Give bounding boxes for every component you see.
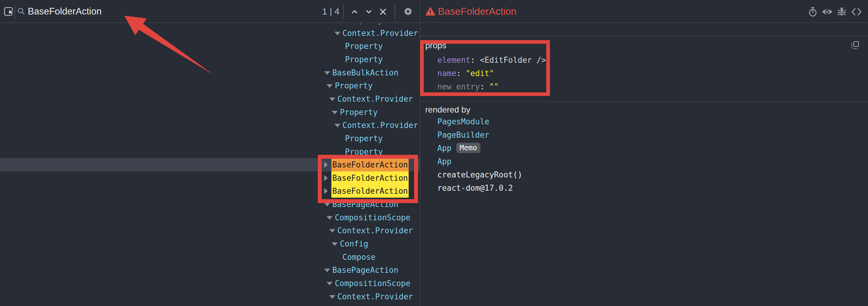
prop-value[interactable]: "edit" [466, 69, 494, 78]
owner-root-label: createLegacyRoot() [437, 170, 522, 179]
search-result-count: 1 | 4 [314, 0, 340, 23]
search-input[interactable] [28, 0, 300, 23]
component-name[interactable]: BaseFolderAction [331, 158, 409, 172]
prop-entry[interactable]: element: <EditFolder /> [437, 53, 868, 67]
component-name[interactable]: Property [345, 24, 383, 27]
component-name[interactable]: BasePageAction [332, 264, 398, 277]
owner-link[interactable]: PagesModule [437, 117, 489, 126]
collapse-arrow-icon[interactable] [324, 203, 330, 206]
component-name[interactable]: Property [340, 105, 378, 119]
tree-node[interactable]: Property [0, 24, 420, 27]
expand-arrow-icon[interactable] [324, 162, 328, 168]
owner-link[interactable]: App [437, 144, 452, 153]
inspected-element-panel: BaseFolderAction [421, 0, 868, 306]
rendered-by-section: rendered by PagesModulePageBuilderAppMem… [421, 102, 868, 201]
chevron-up-icon[interactable] [349, 6, 360, 18]
component-name[interactable]: BaseFolderAction [331, 172, 409, 185]
component-name[interactable]: Context.Provider [343, 119, 418, 132]
collapse-arrow-icon[interactable] [332, 111, 338, 114]
prop-key: new entry [437, 82, 480, 91]
owner-link[interactable]: PageBuilder [437, 130, 489, 140]
owner-link[interactable]: App [437, 157, 452, 166]
toolbar-divider [14, 4, 15, 19]
collapse-arrow-icon[interactable] [329, 97, 335, 101]
tree-node[interactable]: BaseFolderAction [0, 172, 420, 185]
props-section-title: props [425, 40, 868, 51]
component-name[interactable]: Context.Provider [337, 92, 413, 105]
props-section: props element: <EditFolder />name: "edit… [421, 36, 868, 102]
collapse-arrow-icon[interactable] [334, 32, 340, 35]
rendered-by-item: AppMemo [437, 142, 868, 155]
tree-node[interactable]: Property [0, 132, 420, 145]
rendered-by-item: createLegacyRoot() [437, 168, 868, 181]
react-devtools-components-panel: 1 | 4 [0, 0, 868, 306]
component-name[interactable]: CompositionScope [335, 277, 410, 290]
inspected-component-title: BaseFolderAction [438, 0, 517, 23]
collapse-arrow-icon[interactable] [329, 295, 335, 299]
props-list: element: <EditFolder />name: "edit"new e… [437, 53, 868, 93]
search-icon [17, 7, 26, 17]
tree-node[interactable]: BaseFolderAction [0, 158, 420, 172]
tree-node[interactable]: Property [0, 145, 420, 158]
tree-node[interactable]: Context.Provider [0, 119, 420, 132]
expand-arrow-icon[interactable] [324, 175, 328, 181]
tree-node[interactable]: CompositionScope [0, 277, 420, 290]
tree-node[interactable]: Context.Provider [0, 290, 420, 303]
component-name[interactable]: Property [335, 79, 372, 92]
component-name[interactable]: BasePageAction [332, 198, 398, 211]
component-name[interactable]: BaseFolderAction [331, 184, 409, 198]
collapse-arrow-icon[interactable] [327, 282, 333, 285]
tree-node[interactable]: BaseFolderAction [0, 184, 420, 198]
component-name[interactable]: Context.Provider [337, 290, 413, 303]
prop-value[interactable]: <EditFolder /> [480, 56, 546, 65]
prop-key: element [437, 56, 470, 65]
tree-node[interactable]: Compose [0, 250, 420, 264]
prop-colon: : [470, 56, 480, 65]
collapse-arrow-icon[interactable] [327, 216, 333, 220]
collapse-arrow-icon[interactable] [334, 124, 340, 127]
expand-arrow-icon[interactable] [324, 188, 328, 194]
component-name[interactable]: BaseBulkAction [332, 66, 398, 80]
collapse-arrow-icon[interactable] [329, 229, 335, 233]
component-name[interactable]: Property [345, 132, 383, 145]
tree-node[interactable]: BaseBulkAction [0, 66, 420, 80]
tree-node[interactable]: Property [0, 79, 420, 92]
prop-entry[interactable]: new entry: "" [437, 80, 868, 93]
component-name[interactable]: Context.Provider [343, 27, 418, 40]
tree-node[interactable]: CompositionScope [0, 211, 420, 224]
collapse-arrow-icon[interactable] [332, 242, 338, 246]
tree-node[interactable]: BasePageAction [0, 264, 420, 277]
chevron-down-icon[interactable] [363, 6, 375, 18]
collapse-arrow-icon[interactable] [327, 84, 333, 88]
collapse-arrow-icon[interactable] [324, 71, 330, 75]
tree-node[interactable]: Property [0, 105, 420, 119]
suspense-timer-icon[interactable] [807, 6, 818, 18]
tree-node[interactable]: Property [0, 53, 420, 66]
tree-node[interactable]: Config [0, 237, 420, 250]
component-name[interactable]: Config [340, 237, 368, 250]
rendered-by-title: rendered by [425, 102, 868, 113]
component-name[interactable]: Property [345, 39, 383, 53]
tree-node[interactable]: Context.Provider [0, 92, 420, 105]
log-data-bug-icon[interactable] [836, 6, 847, 18]
tree-node[interactable]: Context.Provider [0, 27, 420, 40]
tree-node[interactable]: BasePageAction [0, 198, 420, 211]
settings-gear-icon[interactable] [402, 5, 414, 18]
prop-colon: : [480, 82, 489, 91]
inspect-element-icon[interactable] [4, 5, 16, 19]
prop-entry[interactable]: name: "edit" [437, 67, 868, 80]
rendered-by-item: App [437, 155, 868, 168]
component-name[interactable]: Context.Provider [337, 224, 413, 237]
collapse-arrow-icon[interactable] [324, 269, 330, 272]
close-icon[interactable] [377, 6, 389, 18]
component-name[interactable]: Property [345, 145, 383, 158]
prop-value[interactable]: "" [489, 82, 499, 91]
inspect-dom-eye-icon[interactable] [822, 6, 833, 18]
tree-node[interactable]: Property [0, 39, 420, 53]
component-name[interactable]: Compose [343, 250, 376, 264]
view-source-code-icon[interactable] [851, 6, 862, 18]
copy-props-icon[interactable] [850, 41, 860, 51]
tree-node[interactable]: Context.Provider [0, 224, 420, 237]
component-name[interactable]: CompositionScope [335, 211, 410, 224]
component-name[interactable]: Property [345, 53, 383, 66]
